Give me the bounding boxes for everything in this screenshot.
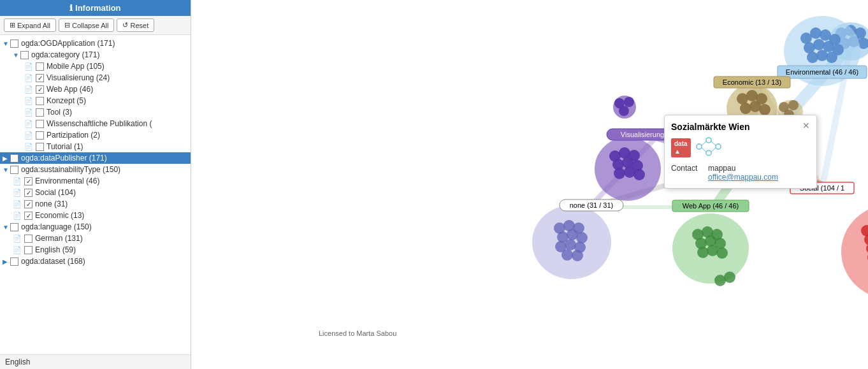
checkbox-german[interactable] bbox=[24, 235, 33, 243]
webapp-label: Web App (46 / 46) bbox=[683, 202, 739, 210]
label-wissenschaftliche: Wissenschaftliche Publikation ( bbox=[47, 119, 152, 128]
doc-icon-mobile-app: 📄 bbox=[24, 62, 33, 71]
tree-arrow-ogda-category: ▼ bbox=[13, 52, 19, 59]
tree-item-ogda-sustainability[interactable]: ▼ogda:sustainabilityType (150) bbox=[0, 164, 191, 175]
checkbox-visualisierung[interactable] bbox=[36, 74, 44, 82]
doc-icon-tool: 📄 bbox=[24, 108, 33, 117]
doc-icon-english: 📄 bbox=[13, 246, 22, 254]
expand-all-label: Expand All bbox=[17, 22, 50, 29]
svg-point-71 bbox=[716, 247, 728, 259]
tree-item-ogda-category[interactable]: ▼ogda:category (171) bbox=[0, 49, 191, 61]
checkbox-none[interactable] bbox=[24, 200, 33, 208]
data-logo: data ▲ bbox=[671, 138, 691, 157]
checkbox-economic[interactable] bbox=[24, 212, 33, 220]
tree-item-web-app[interactable]: 📄Web App (46) bbox=[0, 83, 191, 95]
label-ogda-category: ogda:category (171) bbox=[31, 50, 99, 59]
network-logo bbox=[696, 137, 721, 159]
label-visualisierung: Visualisierung (24) bbox=[47, 73, 110, 82]
svg-point-26 bbox=[807, 52, 818, 63]
tree-item-english[interactable]: 📄English (59) bbox=[0, 244, 191, 256]
tree-item-environmental[interactable]: 📄Environmental (46) bbox=[0, 175, 191, 187]
svg-point-23 bbox=[813, 39, 825, 50]
doc-icon-social: 📄 bbox=[13, 189, 22, 197]
social-cluster-right bbox=[841, 204, 868, 300]
svg-line-122 bbox=[702, 148, 706, 152]
checkbox-ogda-language[interactable] bbox=[10, 223, 18, 231]
panel-toolbar: ⊞ Expand All ⊟ Collapse All ↺ Reset bbox=[0, 16, 191, 35]
tree-item-economic[interactable]: 📄Economic (13) bbox=[0, 210, 191, 221]
checkbox-social[interactable] bbox=[24, 189, 33, 197]
tree-item-tutorial[interactable]: 📄Tutorial (1) bbox=[0, 141, 191, 152]
svg-point-73 bbox=[724, 271, 735, 283]
label-environmental: Environmental (46) bbox=[35, 177, 99, 185]
checkbox-konzept[interactable] bbox=[36, 97, 44, 105]
panel-title: Information bbox=[75, 3, 121, 13]
tree-item-ogda-language[interactable]: ▼ogda:language (150) bbox=[0, 221, 191, 233]
svg-point-107 bbox=[788, 100, 799, 110]
checkbox-ogda-dataset[interactable] bbox=[10, 257, 18, 266]
reset-button[interactable]: ↺ Reset bbox=[117, 18, 154, 32]
doc-icon-german: 📄 bbox=[13, 235, 22, 243]
tree-item-tool[interactable]: 📄Tool (3) bbox=[0, 106, 191, 118]
checkbox-ogda-category[interactable] bbox=[20, 51, 29, 59]
checkbox-english[interactable] bbox=[24, 246, 33, 254]
label-ogda-app: ogda:OGDApplication (171) bbox=[21, 39, 115, 48]
contact-email[interactable]: office@mappau.com bbox=[708, 173, 778, 182]
tree-item-german[interactable]: 📄German (131) bbox=[0, 233, 191, 244]
tree-arrow-ogda-dataset: ▶ bbox=[3, 258, 9, 265]
svg-point-35 bbox=[759, 104, 770, 115]
collapse-all-button[interactable]: ⊟ Collapse All bbox=[59, 18, 114, 32]
checkbox-wissenschaftliche[interactable] bbox=[36, 120, 44, 128]
svg-point-74 bbox=[841, 204, 868, 300]
license-text: Licensed to Marta Sabou bbox=[319, 329, 396, 337]
expand-all-button[interactable]: ⊞ Expand All bbox=[4, 18, 56, 32]
panel-footer: English bbox=[0, 354, 191, 369]
tree-item-none[interactable]: 📄none (31) bbox=[0, 198, 191, 210]
label-none: none (31) bbox=[35, 199, 68, 208]
checkbox-ogda-publisher[interactable] bbox=[10, 154, 18, 163]
checkbox-ogda-app[interactable] bbox=[10, 40, 18, 48]
popup-close-button[interactable]: ✕ bbox=[802, 120, 810, 131]
doc-icon-web-app: 📄 bbox=[24, 85, 33, 94]
tree-item-ogda-dataset[interactable]: ▶ogda:dataset (168) bbox=[0, 256, 191, 267]
checkbox-tool[interactable] bbox=[36, 108, 44, 117]
webapp-cluster bbox=[672, 213, 749, 286]
tree-container: ▼ogda:OGDApplication (171)▼ogda:category… bbox=[0, 35, 191, 354]
label-english: English (59) bbox=[35, 245, 76, 254]
label-ogda-publisher: ogda:dataPublisher (171) bbox=[21, 154, 107, 163]
checkbox-ogda-sustainability[interactable] bbox=[10, 166, 18, 174]
svg-point-48 bbox=[624, 97, 634, 107]
svg-point-69 bbox=[697, 247, 709, 258]
label-ogda-language: ogda:language (150) bbox=[21, 222, 92, 231]
tree-item-ogda-app[interactable]: ▼ogda:OGDApplication (171) bbox=[0, 38, 191, 49]
collapse-all-label: Collapse All bbox=[72, 22, 108, 29]
label-social: Social (104) bbox=[35, 188, 76, 197]
tree-item-visualisierung[interactable]: 📄Visualisierung (24) bbox=[0, 72, 191, 83]
label-tutorial: Tutorial (1) bbox=[47, 142, 83, 151]
tree-item-partizipation[interactable]: 📄Partizipation (2) bbox=[0, 129, 191, 141]
label-german: German (131) bbox=[35, 234, 83, 243]
reset-icon: ↺ bbox=[122, 21, 128, 29]
tree-item-ogda-publisher[interactable]: ▶ogda:dataPublisher (171) bbox=[0, 152, 191, 164]
checkbox-environmental[interactable] bbox=[24, 177, 33, 185]
environmental-label: Environmental (46 / 46) bbox=[786, 68, 858, 76]
info-icon: ℹ bbox=[69, 3, 73, 13]
panel-header: ℹ Information bbox=[0, 0, 191, 16]
svg-line-120 bbox=[711, 141, 716, 145]
doc-icon-tutorial: 📄 bbox=[24, 143, 33, 151]
doc-icon-environmental: 📄 bbox=[13, 177, 22, 185]
popup-logos: data ▲ bbox=[671, 137, 810, 159]
tree-item-konzept[interactable]: 📄Konzept (5) bbox=[0, 95, 191, 106]
tree-item-social[interactable]: 📄Social (104) bbox=[0, 187, 191, 198]
checkbox-web-app[interactable] bbox=[36, 85, 44, 94]
language-label: English bbox=[5, 358, 30, 366]
contact-info: mappau office@mappau.com bbox=[708, 164, 778, 182]
expand-icon: ⊞ bbox=[10, 21, 15, 29]
checkbox-tutorial[interactable] bbox=[36, 143, 44, 151]
tree-item-mobile-app[interactable]: 📄Mobile App (105) bbox=[0, 61, 191, 72]
tree-item-wissenschaftliche[interactable]: 📄Wissenschaftliche Publikation ( bbox=[0, 118, 191, 129]
checkbox-partizipation[interactable] bbox=[36, 131, 44, 140]
checkbox-mobile-app[interactable] bbox=[36, 62, 44, 71]
svg-point-60 bbox=[561, 249, 573, 261]
graph-panel: Environmental (46 / 46) Economic (13 / 1… bbox=[191, 0, 868, 369]
